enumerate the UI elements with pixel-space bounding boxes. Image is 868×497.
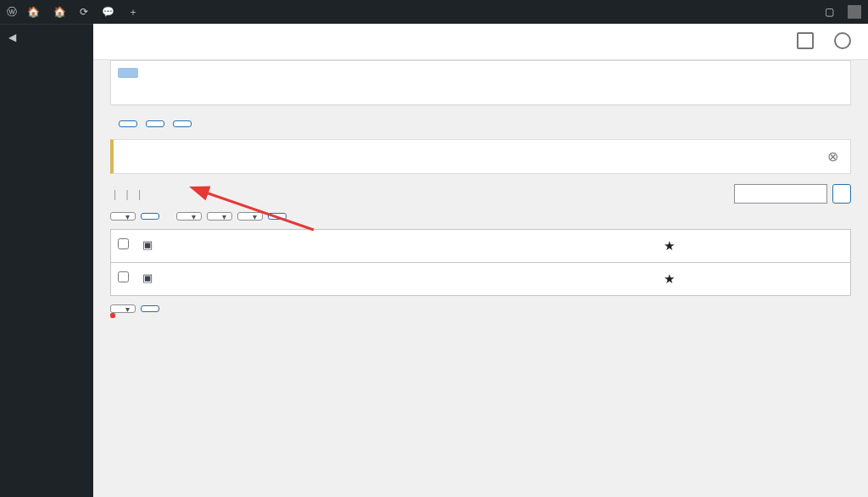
admin-bar: ⓦ 🏠 🏠 ⟳ 💬 ＋ ▢ [0, 0, 868, 24]
remove-coupon-button[interactable] [118, 68, 138, 78]
col-stock [377, 230, 437, 263]
content-area: ⊗ | | | [93, 24, 868, 497]
annotation-highlight [110, 313, 115, 318]
col-categories [487, 230, 572, 263]
col-stats [809, 230, 851, 263]
apply-bulk-button[interactable] [141, 213, 159, 220]
products-table: ▣ ★ ▣ [110, 229, 851, 296]
image-icon: ▣ [142, 238, 153, 251]
view-filters: | | | [110, 188, 144, 200]
category-select[interactable] [176, 212, 202, 221]
close-icon[interactable]: ⊗ [827, 148, 838, 165]
inbox-icon [797, 32, 814, 49]
stock-status-select[interactable] [237, 212, 263, 221]
select-all-checkbox-footer[interactable] [118, 271, 129, 282]
export-button[interactable] [173, 120, 192, 127]
my-sites[interactable]: 🏠 [27, 6, 43, 18]
finish-setup-icon [834, 32, 851, 49]
select-all-checkbox[interactable] [118, 238, 129, 249]
bulk-actions-select-bottom[interactable] [110, 304, 136, 313]
admin-sidebar: ◀ [0, 24, 93, 497]
wp-logo-icon[interactable]: ⓦ [7, 5, 17, 20]
site-name[interactable]: 🏠 [53, 6, 70, 18]
search-button[interactable] [832, 184, 851, 204]
notification-icon[interactable]: ▢ [825, 6, 834, 18]
howdy-user[interactable] [844, 5, 861, 19]
filter-button[interactable] [268, 213, 287, 220]
search-input[interactable] [734, 184, 827, 204]
col-tags [572, 230, 657, 263]
star-icon: ★ [664, 238, 675, 253]
new-content[interactable]: ＋ [128, 5, 142, 20]
collapse-menu[interactable]: ◀ [0, 24, 93, 50]
comments[interactable]: 💬 [102, 6, 118, 18]
import-button[interactable] [146, 120, 164, 127]
add-new-button[interactable] [119, 120, 137, 127]
product-type-select[interactable] [207, 212, 232, 221]
inbox-button[interactable] [797, 32, 814, 51]
star-icon: ★ [664, 271, 675, 286]
updates[interactable]: ⟳ [80, 6, 92, 18]
image-icon: ▣ [142, 271, 153, 284]
apply-bulk-button-bottom[interactable] [141, 305, 159, 312]
finish-setup-button[interactable] [834, 32, 851, 51]
woocommerce-header [93, 24, 868, 60]
bulk-actions-select[interactable] [110, 212, 136, 221]
mailchimp-notice: ⊗ [110, 139, 851, 174]
